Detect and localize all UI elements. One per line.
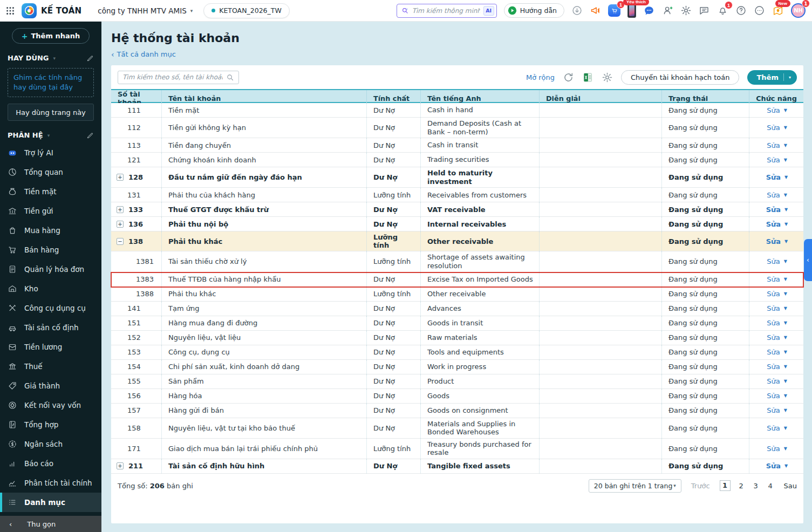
edit-link[interactable]: Sửa (767, 377, 780, 385)
smart-search-box[interactable]: AI (397, 4, 497, 18)
table-row-112[interactable]: 112Tiền gửi không kỳ hạnDư NợDemand Depo… (111, 118, 803, 138)
edit-pencil-icon[interactable] (86, 132, 94, 139)
edit-link[interactable]: Sửa (767, 106, 780, 114)
dropdown-caret-icon[interactable]: ▼ (784, 143, 787, 148)
table-row-154[interactable]: 154Chi phí sản xuất, kinh doanh dở dangD… (111, 360, 803, 374)
collapse-sidebar-button[interactable]: ‹ Thu gọn (0, 516, 101, 532)
announcement-icon[interactable] (590, 5, 601, 16)
page-button-4[interactable]: 4 (767, 482, 774, 490)
side-panel-handle[interactable]: ‹ (804, 239, 812, 281)
download-icon[interactable] (571, 5, 583, 16)
sidebar-item-costing[interactable]: Giá thành (0, 376, 101, 395)
table-row-157[interactable]: 157Hàng gửi đi bánDư NợGoods on consignm… (111, 404, 803, 418)
dropdown-caret-icon[interactable]: ▼ (784, 408, 787, 413)
edit-link[interactable]: Sửa (767, 257, 780, 265)
account-search-box[interactable] (118, 71, 239, 84)
table-row-141[interactable]: 141Tạm ứngDư NợAdvancesĐang sử dụngSửa▼ (111, 302, 803, 316)
dropdown-caret-icon[interactable]: ▼ (784, 193, 787, 197)
expand-icon[interactable]: + (117, 206, 124, 213)
app-grid-icon[interactable] (5, 6, 15, 16)
sidebar-item-sales[interactable]: Bán hàng (0, 240, 101, 260)
add-user-icon[interactable] (662, 5, 673, 16)
app-logo-icon[interactable] (22, 3, 37, 18)
dropdown-caret-icon[interactable]: ▼ (784, 379, 787, 384)
edit-link[interactable]: Sửa (767, 191, 780, 199)
dropdown-caret-icon[interactable]: ▼ (784, 175, 788, 180)
edit-link[interactable]: Sửa (767, 445, 780, 453)
edit-link[interactable]: Sửa (767, 406, 780, 414)
add-button[interactable]: Thêm ▾ (747, 70, 797, 85)
sidebar-item-tax[interactable]: Thuế (0, 357, 101, 376)
dropdown-caret-icon[interactable]: ▼ (784, 222, 788, 227)
sidebar-item-overview[interactable]: Tổng quan (0, 162, 101, 182)
dropdown-caret-icon[interactable]: ▼ (784, 426, 787, 431)
edit-link[interactable]: Sửa (767, 290, 780, 298)
notifications-bell-icon[interactable]: 1 (717, 5, 728, 16)
table-row-1381[interactable]: 1381Tài sản thiếu chờ xử lýLưỡng tínhSho… (111, 251, 803, 272)
chat-icon[interactable] (643, 5, 655, 17)
dropdown-caret-icon[interactable]: ▼ (784, 463, 788, 468)
table-row-152[interactable]: 152Nguyên liệu, vật liệuDư NợRaw materia… (111, 331, 803, 345)
expand-icon[interactable]: + (117, 462, 124, 469)
edit-link[interactable]: Sửa (767, 275, 780, 283)
dropdown-caret-icon[interactable]: ▼ (784, 158, 787, 162)
sidebar-item-purchase[interactable]: Mua hàng (0, 221, 101, 240)
edit-link[interactable]: Sửa (767, 363, 780, 371)
sidebar-item-payroll[interactable]: Tiền lương (0, 337, 101, 357)
dropdown-caret-icon[interactable]: ▼ (784, 350, 787, 354)
page-button-1[interactable]: 1 (720, 480, 731, 491)
expand-icon[interactable]: + (117, 174, 124, 181)
table-row-158[interactable]: 158Nguyên liệu, vật tư tại kho bảo thuếD… (111, 418, 803, 439)
dropdown-caret-icon[interactable]: ▼ (784, 393, 787, 398)
edit-link[interactable]: Sửa (766, 237, 781, 245)
edit-link[interactable]: Sửa (767, 304, 780, 312)
transfer-accounts-button[interactable]: Chuyển tài khoản hạch toán (621, 70, 739, 85)
edit-pencil-icon[interactable] (86, 54, 94, 62)
sidebar-item-general-ledger[interactable]: Tổng hợp (0, 415, 101, 434)
sidebar-item-warehouse[interactable]: Kho (0, 279, 101, 298)
dropdown-caret-icon[interactable]: ▼ (784, 364, 787, 369)
section-frequent[interactable]: HAY DÙNG ▾ (0, 50, 101, 66)
prev-page-button[interactable]: Trước (691, 482, 710, 490)
tab-database[interactable]: KETOAN_2026_TW (203, 3, 290, 18)
dropdown-caret-icon[interactable]: ▼ (784, 108, 787, 113)
quick-add-button[interactable]: + Thêm nhanh (12, 28, 90, 44)
edit-link[interactable]: Sửa (767, 333, 780, 342)
edit-link[interactable]: Sửa (766, 206, 781, 214)
edit-link[interactable]: Sửa (766, 220, 781, 228)
table-row-1388[interactable]: 1388Phải thu khácLưỡng tínhOther receiva… (111, 287, 803, 302)
page-button-3[interactable]: 3 (752, 482, 760, 490)
use-this-page-button[interactable]: Hay dùng trang này (8, 104, 94, 121)
phone-promo-icon[interactable]: Yêu thích (627, 3, 636, 18)
sidebar-item-analysis[interactable]: Phân tích tài chính (0, 473, 101, 493)
edit-link[interactable]: Sửa (767, 319, 780, 327)
dropdown-caret-icon[interactable]: ▼ (784, 306, 787, 311)
settings-gear-icon[interactable] (680, 5, 692, 16)
dropdown-caret-icon[interactable]: ▼ (784, 291, 787, 296)
sidebar-item-catalog[interactable]: Danh mục (0, 493, 101, 512)
guide-button[interactable]: Hướng dẫn (504, 3, 564, 18)
dropdown-caret-icon[interactable]: ▼ (784, 277, 787, 282)
account-search-input[interactable] (122, 73, 223, 81)
table-row-111[interactable]: 111Tiền mặtDư NợCash in handĐang sử dụng… (111, 103, 803, 118)
help-icon[interactable] (735, 5, 747, 16)
sidebar-item-invoice[interactable]: Quản lý hóa đơn (0, 260, 101, 279)
sidebar-item-budget[interactable]: Ngân sách (0, 434, 101, 454)
table-row-153[interactable]: 153Công cụ, dụng cụDư NợTools and equipm… (111, 345, 803, 360)
edit-link[interactable]: Sửa (767, 124, 780, 132)
dropdown-caret-icon[interactable]: ▼ (784, 320, 787, 325)
sidebar-item-tools[interactable]: Công cụ dụng cụ (0, 298, 101, 318)
dropdown-caret-icon[interactable]: ▼ (784, 446, 787, 451)
sidebar-item-robot[interactable]: Trợ lý AI (0, 143, 101, 162)
pin-hint-box[interactable]: Ghim các tính năng hay dùng tại đây (8, 68, 94, 97)
export-excel-icon[interactable] (582, 72, 593, 83)
table-settings-gear-icon[interactable] (602, 72, 613, 83)
table-row-171[interactable]: 171Giao dịch mua bán lại trái phiếu chín… (111, 439, 803, 459)
edit-link[interactable]: Sửa (766, 462, 781, 470)
table-row-151[interactable]: 151Hàng mua đang đi đườngDư NợGoods in t… (111, 316, 803, 331)
edit-link[interactable]: Sửa (767, 348, 780, 356)
edit-link[interactable]: Sửa (767, 156, 780, 164)
dropdown-caret-icon[interactable]: ▼ (784, 125, 787, 130)
refresh-icon[interactable] (563, 72, 574, 83)
page-size-select[interactable]: 20 bản ghi trên 1 trang ▾ (589, 479, 681, 493)
